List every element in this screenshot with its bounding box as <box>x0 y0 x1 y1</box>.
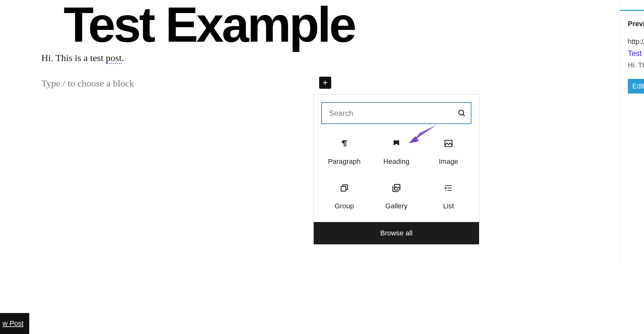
preview-label: Previ <box>628 20 644 28</box>
svg-rect-4 <box>341 186 346 191</box>
block-image[interactable]: Image <box>422 130 475 172</box>
body-text: Hi. This is a test <box>41 52 106 63</box>
block-group[interactable]: Group <box>318 175 370 216</box>
view-post-link[interactable]: w Post <box>3 319 24 328</box>
spellcheck-word[interactable]: post <box>106 52 122 64</box>
block-list[interactable]: List <box>422 175 475 216</box>
block-heading[interactable]: Heading <box>370 130 422 172</box>
plus-icon <box>321 79 329 87</box>
gallery-icon <box>392 181 401 195</box>
paragraph-icon <box>339 136 349 150</box>
settings-sidebar: Previ http:// Test Hi. Th Edit <box>620 0 644 263</box>
svg-point-7 <box>445 187 446 188</box>
block-search-input[interactable] <box>322 109 453 118</box>
search-icon <box>453 109 471 117</box>
post-content-paragraph[interactable]: Hi. This is a test post. <box>41 52 124 63</box>
edit-button[interactable]: Edit <box>628 79 644 94</box>
preview-excerpt: Hi. Th <box>628 61 644 69</box>
svg-point-10 <box>445 190 446 191</box>
post-title[interactable]: Test Example <box>64 0 355 49</box>
preview-url: http:// <box>628 38 644 46</box>
browse-all-button[interactable]: Browse all <box>314 222 479 244</box>
svg-point-0 <box>459 110 463 115</box>
image-icon <box>443 136 454 150</box>
preview-title-link[interactable]: Test <box>628 49 644 58</box>
heading-icon <box>392 136 401 150</box>
block-label: List <box>443 202 454 210</box>
body-text-suffix: . <box>122 52 124 63</box>
empty-block-prompt[interactable]: Type / to choose a block <box>41 78 134 89</box>
list-icon <box>444 181 453 195</box>
block-search-field[interactable] <box>321 102 471 124</box>
view-post-snackbar[interactable]: w Post <box>0 313 29 334</box>
sidebar-tab-active[interactable] <box>620 0 644 11</box>
block-label: Gallery <box>385 202 408 210</box>
svg-line-1 <box>463 114 464 116</box>
block-paragraph[interactable]: Paragraph <box>318 130 370 172</box>
block-label: Group <box>334 202 354 210</box>
block-gallery[interactable]: Gallery <box>370 175 422 216</box>
block-inserter-popover: Paragraph Heading Image Group Gallery <box>313 94 479 245</box>
block-label: Paragraph <box>328 157 361 166</box>
block-label: Image <box>439 157 458 166</box>
add-block-button[interactable] <box>319 77 331 89</box>
group-icon <box>339 181 349 195</box>
block-label: Heading <box>383 157 409 166</box>
